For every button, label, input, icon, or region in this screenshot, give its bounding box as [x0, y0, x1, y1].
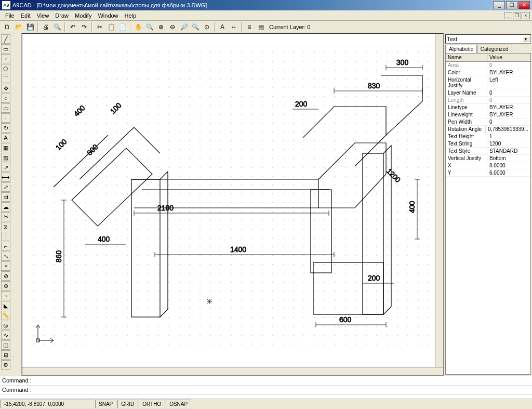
block-icon[interactable]: ◫: [1, 340, 10, 350]
insert-icon[interactable]: ⊞: [1, 350, 10, 360]
property-row[interactable]: X8.0000: [446, 162, 530, 169]
new-icon[interactable]: 🗋: [2, 22, 12, 32]
property-row[interactable]: Vertical JustifyBottom: [446, 155, 530, 162]
measure-icon[interactable]: 📏: [1, 311, 10, 320]
property-value[interactable]: BYLAYER: [487, 69, 530, 76]
point-icon[interactable]: ·: [1, 113, 10, 123]
status-snap[interactable]: SNAP: [95, 400, 116, 408]
doc-minimize[interactable]: _: [504, 12, 512, 19]
rotate-icon[interactable]: ↻: [1, 123, 10, 133]
fillet-icon[interactable]: ⌐: [1, 242, 10, 251]
status-osnap[interactable]: OSNAP: [166, 400, 191, 408]
zoom-previous-icon[interactable]: ⊖: [167, 22, 178, 32]
property-row[interactable]: ColorBYLAYER: [446, 69, 530, 76]
preview-icon[interactable]: 🔍: [52, 22, 62, 32]
break-icon[interactable]: ⊘: [1, 271, 10, 281]
property-value[interactable]: Bottom: [487, 155, 530, 162]
offset-icon[interactable]: ⇉: [1, 192, 10, 202]
print-icon[interactable]: 🖨: [41, 22, 51, 32]
dim-aligned-icon[interactable]: ⤢: [1, 182, 10, 192]
doc-restore[interactable]: ❐: [513, 12, 521, 19]
tab-alphabetic[interactable]: Alphabetic: [445, 45, 477, 53]
pan-icon[interactable]: ✋: [133, 22, 143, 32]
ellipse-icon[interactable]: ⬭: [1, 103, 10, 113]
hatch-icon[interactable]: ▨: [1, 153, 10, 162]
zoom-extents-icon[interactable]: ⊕: [156, 22, 166, 32]
text-icon[interactable]: A: [217, 22, 228, 32]
join-icon[interactable]: ⊕: [1, 281, 10, 291]
menu-draw[interactable]: Draw: [52, 11, 72, 20]
property-row[interactable]: Y6.0000: [446, 169, 530, 177]
arc-icon[interactable]: ⌒: [1, 74, 10, 83]
property-value[interactable]: 0: [487, 89, 530, 96]
layers-icon[interactable]: ▤: [256, 22, 266, 32]
property-value[interactable]: STANDARD: [487, 148, 530, 154]
command-window[interactable]: Command : Command :: [0, 376, 532, 399]
property-row[interactable]: Text String1200: [446, 140, 530, 148]
status-ortho[interactable]: ORTHO: [139, 400, 165, 408]
object-type-combo[interactable]: Text ▼: [445, 34, 531, 44]
zoom-in-icon[interactable]: 🔎: [179, 22, 189, 32]
dimension-icon[interactable]: ↔: [229, 22, 239, 32]
circle-icon[interactable]: ○: [1, 94, 10, 103]
tab-categorized[interactable]: Categorized: [477, 45, 512, 53]
property-row[interactable]: Horizontal JustifyLeft: [446, 76, 530, 89]
horizontal-scrollbar[interactable]: [22, 367, 443, 375]
property-value[interactable]: BYLAYER: [487, 104, 530, 111]
property-value[interactable]: 0: [487, 62, 530, 69]
zoom-out-icon[interactable]: 🔍: [190, 22, 201, 32]
layer-icon[interactable]: ≡: [244, 22, 255, 32]
status-grid[interactable]: GRID: [117, 400, 138, 408]
property-value[interactable]: 6.0000: [487, 169, 530, 176]
property-value[interactable]: 8.0000: [487, 162, 530, 169]
extend-icon[interactable]: →: [1, 291, 10, 300]
chevron-down-icon[interactable]: ▼: [522, 36, 529, 42]
property-row[interactable]: Area0: [446, 62, 530, 69]
spline-icon[interactable]: ∿: [1, 331, 10, 340]
paste-icon[interactable]: 📄: [117, 22, 128, 32]
property-row[interactable]: Pen Width0: [446, 118, 530, 126]
property-value[interactable]: BYLAYER: [487, 111, 530, 118]
doc-close[interactable]: ×: [522, 12, 530, 19]
minimize-button[interactable]: _: [494, 1, 505, 9]
maximize-button[interactable]: ❐: [506, 1, 517, 9]
properties-grid[interactable]: Name Value Area0ColorBYLAYERHorizontal J…: [445, 53, 531, 375]
line-icon[interactable]: ╱: [1, 34, 10, 44]
property-row[interactable]: Length0: [446, 97, 530, 104]
property-value[interactable]: 1: [487, 133, 530, 140]
array-icon[interactable]: ⋮: [1, 232, 10, 241]
save-icon[interactable]: 💾: [25, 22, 35, 32]
property-row[interactable]: Text StyleSTANDARD: [446, 148, 530, 155]
property-value[interactable]: 0,78539816339...: [486, 126, 530, 133]
polyline-icon[interactable]: ⟋: [1, 54, 10, 63]
menu-window[interactable]: Window: [95, 11, 121, 20]
menu-modify[interactable]: Modify: [72, 11, 95, 20]
property-value[interactable]: 0: [487, 97, 530, 103]
property-row[interactable]: Layer Name0: [446, 89, 530, 97]
property-row[interactable]: LineweightBYLAYER: [446, 111, 530, 118]
menu-file[interactable]: File: [2, 11, 18, 20]
property-value[interactable]: 0: [487, 118, 530, 125]
properties-icon[interactable]: ⚙: [1, 360, 10, 370]
move-icon[interactable]: ✥: [1, 84, 10, 93]
zoom-all-icon[interactable]: ⊙: [202, 22, 212, 32]
dim-linear-icon[interactable]: ⟷: [1, 173, 10, 182]
command-line-2[interactable]: Command :: [0, 386, 532, 395]
scale-icon[interactable]: ⤡: [1, 252, 10, 261]
property-row[interactable]: LinetypeBYLAYER: [446, 104, 530, 111]
chamfer-icon[interactable]: ◣: [1, 301, 10, 310]
cut-icon[interactable]: ✂: [95, 22, 105, 32]
zoom-window-icon[interactable]: 🔍: [144, 22, 155, 32]
explode-icon[interactable]: ✧: [1, 261, 10, 271]
menu-help[interactable]: Help: [122, 11, 140, 20]
vertical-scrollbar[interactable]: [435, 34, 443, 367]
undo-icon[interactable]: ↶: [68, 22, 78, 32]
property-row[interactable]: Text Height1: [446, 133, 530, 140]
trim-icon[interactable]: ✂: [1, 212, 10, 221]
property-value[interactable]: Left: [487, 76, 530, 89]
text-tool-icon[interactable]: A: [1, 133, 10, 142]
property-value[interactable]: 1200: [487, 140, 530, 147]
polygon-icon[interactable]: ⬠: [1, 64, 10, 73]
property-row[interactable]: Rotation Angle0,78539816339...: [446, 126, 530, 133]
drawing-canvas[interactable]: 300 830 200 400 100 100 600 1200 2100: [22, 33, 444, 376]
